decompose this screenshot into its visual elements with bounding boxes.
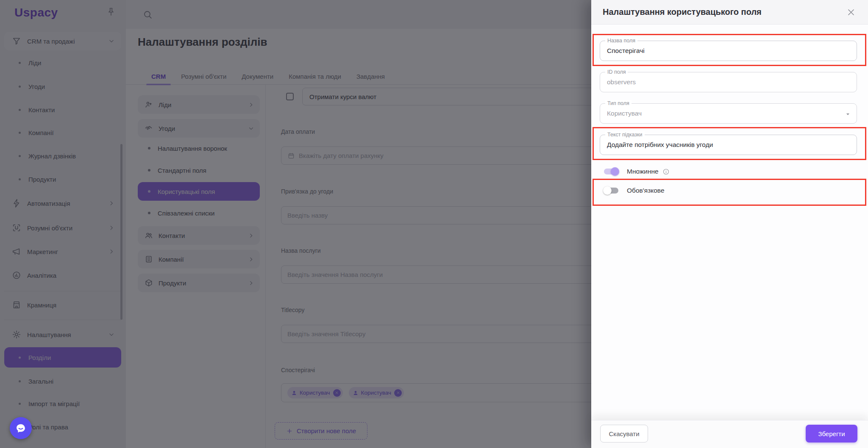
multiple-toggle-row: Множинне: [603, 166, 670, 177]
save-button[interactable]: Зберегти: [806, 425, 857, 442]
modal-title: Налаштування користувацького поля: [603, 7, 762, 17]
dropdown-caret-icon: [844, 111, 851, 118]
chat-bubble-button[interactable]: [10, 417, 32, 439]
modal-header: Налаштування користувацького поля: [591, 0, 868, 25]
field-type-select: Тип поля: [600, 103, 857, 124]
app-screen: Uspacy CRM та продажі Ліди Угоди Контакт…: [0, 0, 868, 448]
close-icon[interactable]: [846, 7, 856, 17]
custom-field-settings-modal: Налаштування користувацького поля Назва …: [591, 0, 868, 448]
required-toggle[interactable]: [603, 186, 619, 195]
field-id-field: ID поля: [600, 72, 857, 92]
hint-text-field[interactable]: Текст підказки: [600, 135, 857, 155]
field-name-input[interactable]: [600, 41, 857, 61]
hint-text-input[interactable]: [600, 135, 857, 155]
info-icon[interactable]: [662, 168, 670, 175]
field-id-input: [600, 72, 857, 92]
messenger-icon: [15, 422, 27, 434]
toggle-label: Обов'язкове: [627, 187, 665, 194]
field-type-value: [600, 104, 857, 123]
multiple-toggle[interactable]: [603, 167, 619, 176]
required-toggle-row: Обов'язкове: [603, 185, 665, 196]
toggle-label: Множинне: [627, 168, 659, 175]
cancel-button[interactable]: Скасувати: [600, 425, 648, 442]
modal-footer: Скасувати Зберегти: [591, 420, 868, 448]
field-name-field[interactable]: Назва поля: [600, 41, 857, 61]
